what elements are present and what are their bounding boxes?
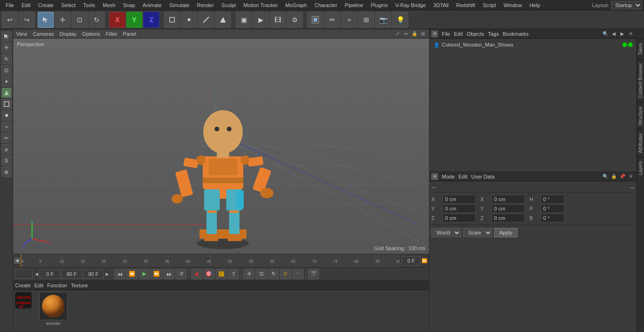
lt-point-btn[interactable] (1, 110, 12, 121)
object-row-wooden-man[interactable]: 👤 Colored_Wooden_Man_Shows (431, 40, 635, 49)
poly-mode-button[interactable] (215, 12, 231, 28)
pos-x2-field[interactable] (492, 195, 525, 203)
lt-spline-btn[interactable]: ≈ (1, 121, 12, 132)
menu-pipeline[interactable]: Pipeline (341, 0, 367, 10)
pencil-tool-button[interactable]: ✏ (324, 12, 340, 28)
world-dropdown[interactable]: World (431, 228, 461, 237)
menu-edit[interactable]: Edit (18, 0, 34, 10)
spline-tool-button[interactable]: ≈ (341, 12, 357, 28)
lt-paint-btn[interactable]: S (1, 155, 12, 166)
menu-redshift[interactable]: Redshift (453, 0, 479, 10)
btab-create[interactable]: Create (15, 283, 31, 288)
attr-tab-edit[interactable]: Edit (459, 174, 468, 179)
vp-filter-menu[interactable]: Filter (106, 31, 117, 37)
menu-plugins[interactable]: Plugins (367, 0, 391, 10)
menu-simulate[interactable]: Simulate (165, 0, 193, 10)
auto-key-btn[interactable]: 🎯 (203, 269, 215, 279)
rotate-tool-button[interactable]: ↻ (89, 12, 105, 28)
frame-arrow-right[interactable]: ▶ (105, 272, 110, 276)
lt-brush-btn[interactable]: ⌀ (1, 144, 12, 154)
vp-options-menu[interactable]: Options (82, 31, 100, 37)
lt-select-btn[interactable] (1, 31, 12, 41)
lt-magnet-btn[interactable]: ⊛ (1, 167, 12, 177)
move-key-btn[interactable]: ✛ (243, 269, 255, 279)
scale-tool-button[interactable]: ⊡ (72, 12, 88, 28)
object-mode-button[interactable] (164, 12, 180, 28)
pos-y-field[interactable] (443, 204, 476, 213)
obj-tab-objects[interactable]: Objects (467, 31, 484, 37)
obj-tab-tags[interactable]: Tags (488, 31, 499, 37)
timeline-track[interactable]: 0 5 10 15 20 25 30 35 40 (21, 254, 400, 267)
attr-search-icon[interactable]: 🔍 (602, 173, 609, 180)
lt-move-btn[interactable]: ✛ (1, 42, 12, 53)
dots-btn[interactable]: ⋯ (292, 269, 304, 279)
move-tool-button[interactable]: ✛ (55, 12, 71, 28)
b-field[interactable] (541, 214, 564, 222)
select-tool-button[interactable] (38, 12, 54, 28)
lt-knife-btn[interactable]: ✂ (1, 133, 12, 143)
vp-arrows-icon[interactable]: ⇔ (403, 31, 409, 37)
pos-z-field[interactable] (443, 214, 476, 222)
menu-3dtall[interactable]: 3DTAll (429, 0, 452, 10)
content-browser-tab[interactable]: Content Browser (637, 59, 644, 102)
h-field[interactable] (541, 195, 564, 203)
film-btn[interactable]: 🎬 (308, 269, 319, 279)
redo-button[interactable]: ↪ (19, 12, 35, 28)
vp-display-menu[interactable]: Display (59, 31, 76, 37)
vp-layout-icon[interactable]: ⊞ (420, 31, 426, 37)
menu-animate[interactable]: Animate (139, 0, 165, 10)
lt-polygon-btn[interactable] (1, 88, 12, 98)
skip-to-start-btn[interactable]: ⏮ (114, 269, 125, 279)
edge-mode-button[interactable] (198, 12, 214, 28)
vp-view-menu[interactable]: View (16, 31, 27, 37)
timeline-collapse-btn[interactable]: ◀ (14, 258, 20, 264)
perspective-view-button[interactable] (307, 12, 323, 28)
vp-expand-icon[interactable]: ⤢ (394, 31, 401, 37)
menu-vray[interactable]: V-Ray Bridge (392, 0, 430, 10)
takes-tab[interactable]: Takes (637, 39, 644, 59)
help-btn[interactable]: ? (228, 269, 239, 279)
attr-lock-icon[interactable]: 🔒 (610, 173, 618, 180)
lt-rotate-btn[interactable]: ↻ (1, 54, 12, 64)
step-forward-btn[interactable]: ⏩ (151, 269, 162, 279)
menu-mograph[interactable]: MoGraph (281, 0, 311, 10)
vp-lock-icon[interactable]: 🔒 (411, 31, 418, 37)
render-region-button[interactable]: ▣ (236, 12, 252, 28)
pos-z2-field[interactable] (492, 214, 525, 222)
point-mode-button[interactable] (181, 12, 197, 28)
end-frame-input2[interactable] (83, 269, 104, 279)
attr-pin-icon[interactable]: 📌 (619, 173, 626, 180)
render-to-picture-button[interactable]: 🎞 (270, 12, 286, 28)
material-preview-ball[interactable] (39, 292, 67, 320)
timeline-ruler[interactable]: ◀ 0 5 10 15 20 25 (13, 254, 429, 267)
attr-tab-mode[interactable]: Mode (442, 174, 455, 179)
btab-edit[interactable]: Edit (34, 283, 43, 288)
layers-tab[interactable]: Layers (637, 157, 644, 179)
attr-close-icon[interactable]: ✕ (627, 173, 635, 180)
menu-motion-tracker[interactable]: Motion Tracker (239, 0, 281, 10)
axis-x-button[interactable]: X (109, 12, 125, 28)
key-btn[interactable]: 🅿 (215, 269, 227, 279)
menu-select[interactable]: Select (58, 0, 80, 10)
current-frame-input[interactable] (40, 269, 60, 279)
obj-tab-bookmarks[interactable]: Bookmarks (503, 31, 528, 37)
btab-texture[interactable]: Texture (71, 283, 88, 288)
start-frame-input[interactable]: 0 F (15, 269, 33, 279)
attr-tab-userdata[interactable]: User Data (471, 174, 495, 179)
menu-character[interactable]: Character (311, 0, 341, 10)
apply-button[interactable]: Apply (494, 228, 518, 237)
lt-scale-btn[interactable]: ⊡ (1, 65, 12, 75)
axis-z-button[interactable]: Z (143, 12, 159, 28)
menu-sculpt[interactable]: Sculpt (218, 0, 240, 10)
menu-tools[interactable]: Tools (79, 0, 99, 10)
play-btn[interactable]: ▶ (139, 269, 150, 279)
obj-search-icon[interactable]: 🔍 (602, 30, 609, 38)
obj-tab-edit[interactable]: Edit (454, 31, 463, 37)
end-frame-input1[interactable] (61, 269, 82, 279)
obj-tab-file[interactable]: File (442, 31, 450, 37)
menu-window[interactable]: Window (500, 0, 526, 10)
attributes-tab[interactable]: Attributes (637, 129, 644, 157)
scale-dropdown[interactable]: Scale (463, 228, 492, 237)
structure-tab[interactable]: Structure (637, 102, 644, 130)
menu-script[interactable]: Script (479, 0, 500, 10)
